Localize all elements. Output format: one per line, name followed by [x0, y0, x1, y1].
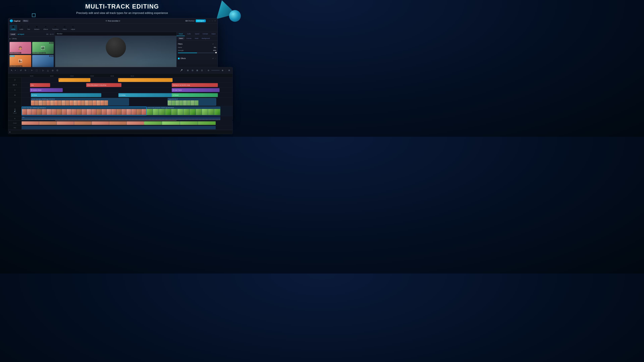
subtab-basic[interactable]: Basic [178, 37, 184, 39]
filter-strength-row: Strength 50% [178, 49, 216, 54]
clip-holiday[interactable]: ◎ Holiday [118, 93, 172, 97]
text-track-eye[interactable]: 👁 [16, 84, 17, 86]
clip-main-2[interactable]: pexels-shvets-production-7516247.jpg 00:… [146, 107, 220, 115]
mini-clip-audio[interactable] [22, 126, 216, 129]
zoom-in-tool[interactable]: ⊕ [221, 68, 224, 72]
separator-4 [184, 69, 185, 72]
maximize-button[interactable]: □ [212, 20, 213, 22]
media-thumb-3[interactable]: 👩‍👧 Added RB12598971412.mp4 [10, 55, 31, 67]
clip-overlay-1[interactable]: pexels-mary-taylor-6008893.jpg 00:00:05:… [31, 98, 129, 105]
track-type-4[interactable]: ⊡ [200, 68, 204, 72]
mthumb2 [147, 109, 153, 115]
clip-main-1-thumbnails [22, 109, 146, 115]
filters-reset[interactable]: ↺ [212, 43, 214, 45]
clip-overlay-2[interactable]: 3.png 00:00:05:27 [168, 98, 216, 105]
media-thumb-2[interactable]: 👨‍👩‍👧 00:22 REB12898971412.mp4 [32, 42, 54, 54]
clip-picnic[interactable]: ◎ Picnic [31, 93, 101, 97]
clip-orange-2[interactable]: ⚑ [118, 78, 172, 82]
track-main: ⊟ 🔊 Cover pexels-mary-taylor-6008916.jpg… [8, 106, 232, 116]
tab-adjust[interactable]: Adjust [209, 32, 218, 36]
library-item[interactable]: ▶ Library [8, 37, 55, 40]
minimize-button[interactable]: — [209, 20, 210, 22]
editor-area: ↖ ▼ ↺ ↻ ⊢ ⬚ ▷ △ ◎ ⊡ 🎤 ⊞ ⊟ ⊠ ⊡ ⊖ ⊕ ⚙ [8, 67, 233, 120]
media-label-3: RB12598971412.mp4 [10, 65, 22, 67]
mic-tool[interactable]: 🎤 [180, 68, 183, 72]
tab-speed[interactable]: Speed [193, 32, 201, 36]
mini-clip-cover-2[interactable] [144, 121, 216, 125]
main-track-label: Cover [13, 112, 16, 114]
tab-animate[interactable]: Animate [201, 32, 209, 36]
filters-more[interactable]: ⋯ [215, 43, 216, 45]
mini-clip-cover-1[interactable] [22, 121, 144, 125]
clip-audio-lazy[interactable]: lazy [22, 116, 220, 120]
tool-media[interactable]: ▦ Media [10, 25, 17, 31]
play-tool[interactable]: ▷ [42, 68, 45, 72]
mini-timeline: Cover lazy [8, 121, 233, 134]
mthumb [57, 109, 62, 115]
track-type-2[interactable]: ⊟ [191, 68, 194, 72]
grid-view-button[interactable]: ⊞ [50, 33, 52, 35]
tool-text[interactable]: T Text [26, 25, 32, 31]
vthumb [39, 100, 42, 105]
filters-icon: ⊟ [64, 25, 66, 28]
tool-adjust[interactable]: ⊙ Adjust [69, 25, 77, 31]
effects-checkbox[interactable] [178, 58, 180, 59]
zoom-out-tool[interactable]: ⊖ [206, 68, 210, 72]
close-button[interactable]: ✕ [214, 20, 216, 22]
effects-more[interactable]: ⋯ [215, 58, 216, 59]
cursor-dropdown[interactable]: ▼ [14, 69, 16, 71]
subtab-background[interactable]: Background [200, 37, 211, 39]
effects-reset[interactable]: ↺ [212, 58, 214, 59]
clip-sing-along[interactable]: When they played I'd sing along [86, 83, 122, 87]
tool-stickers[interactable]: ⊕ Stickers [32, 25, 41, 31]
clip-waiting[interactable]: Waiting for my favorite songs [172, 83, 218, 87]
tab-visual[interactable]: Visual [176, 32, 185, 36]
strength-slider[interactable] [178, 52, 216, 54]
tool-filters[interactable]: ⊟ Filters [61, 25, 68, 31]
mthumb [107, 109, 112, 115]
import-button[interactable]: ⊕ Import [18, 33, 24, 35]
auto-tool[interactable]: ◎ [51, 68, 54, 72]
editor-toolbar: ↖ ▼ ↺ ↻ ⊢ ⬚ ▷ △ ◎ ⊡ 🎤 ⊞ ⊟ ⊠ ⊡ ⊖ ⊕ ⚙ [8, 67, 232, 73]
clip-orange-1[interactable]: ⚑ [58, 78, 90, 82]
title-bar: CapCut Menu ⚙ Auto save local This is a … [8, 18, 218, 24]
subtab-canvas[interactable]: Canvas [185, 37, 193, 39]
menu-button[interactable]: Menu [22, 19, 29, 22]
effects-section: Effects ↺ ⋯ [176, 55, 218, 62]
mthumb [72, 109, 77, 115]
shortcut-button[interactable]: ⌨ Shortcut [185, 20, 194, 22]
media-thumb-1[interactable]: 👧 CRR170935demo... [10, 42, 31, 54]
clip-vlog[interactable]: vlog [30, 83, 50, 87]
tool-transition[interactable]: ⇄ Transition [50, 25, 60, 31]
media-thumb-4[interactable]: 00:55 [32, 55, 54, 67]
settings-tool[interactable]: ⚙ [227, 68, 231, 72]
slider-thumb[interactable] [215, 52, 217, 53]
mthumb [22, 109, 27, 115]
speed-tool[interactable]: △ [46, 68, 50, 72]
tool-effects[interactable]: ✦ Effects [42, 25, 50, 31]
tab-audio[interactable]: Audio [185, 32, 193, 36]
redo-tool[interactable]: ↻ [24, 68, 27, 72]
undo-tool[interactable]: ↺ [19, 68, 23, 72]
clip-color-frame[interactable]: ⚙ Color Frame [172, 88, 220, 92]
track-type-3[interactable]: ⊠ [196, 68, 199, 72]
subtab-mask[interactable]: Mask [194, 37, 200, 39]
tool-audio[interactable]: ♫ Audio [18, 25, 25, 31]
cursor-tool[interactable]: ↖ [10, 68, 14, 72]
clip-main-1[interactable]: pexels-mary-taylor-6008916.jpg 00:00:08:… [22, 107, 146, 115]
clip-camera-shake[interactable]: ⚙ Camera Shake [30, 88, 63, 92]
ratio-tool[interactable]: ⊡ [56, 68, 59, 72]
split-tool[interactable]: ⊢ [30, 68, 34, 72]
tab-local[interactable]: Local [10, 33, 16, 35]
zoom-slider[interactable] [211, 70, 220, 70]
timeline-ruler: 00:00 00:02 00:04 00:06 00:08 00:10 [8, 73, 232, 78]
clip-robust[interactable]: ◎ Robust [172, 93, 218, 97]
crop-tool[interactable]: ⬚ [35, 68, 38, 72]
export-button[interactable]: ⬆ Export [196, 19, 206, 22]
list-view-button[interactable]: ☰ [52, 33, 54, 35]
sort-button[interactable]: All ↕ [46, 33, 50, 35]
library-label: Library [12, 38, 17, 39]
track-type-1[interactable]: ⊞ [186, 68, 190, 72]
media-label-2: REB12898971412.mp4 [32, 52, 46, 54]
track-main-content: pexels-mary-taylor-6008916.jpg 00:00:08:… [22, 106, 232, 116]
